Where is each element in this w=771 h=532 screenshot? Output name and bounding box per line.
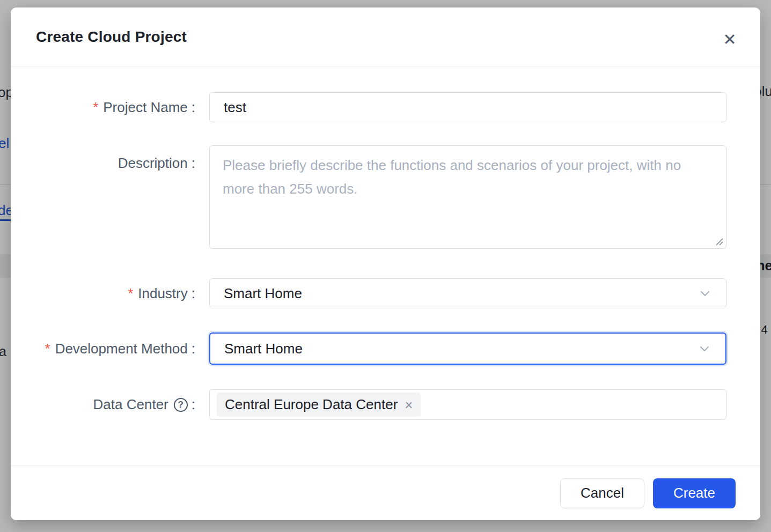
create-project-form: * Project Name : Description : (11, 67, 760, 420)
required-asterisk: * (93, 99, 98, 116)
dialog-footer: Cancel Create (11, 466, 760, 520)
tag-label: Central Europe Data Center (225, 396, 398, 413)
tag-remove-icon[interactable]: × (405, 398, 413, 412)
help-icon-glyph: ? (178, 400, 183, 410)
label-colon: : (192, 285, 195, 302)
data-center-tag: Central Europe Data Center × (217, 393, 421, 417)
field-label-text: Development Method (55, 341, 188, 357)
help-icon[interactable]: ? (174, 398, 188, 412)
development-method-select-value: Smart Home (224, 341, 696, 357)
field-label-text: Data Center (93, 396, 168, 413)
field-label-text: Project Name (103, 99, 188, 116)
form-row-industry: * Industry : Smart Home (11, 278, 726, 308)
required-asterisk: * (128, 285, 133, 302)
industry-select-value: Smart Home (224, 285, 697, 302)
industry-select[interactable]: Smart Home (209, 278, 726, 308)
form-row-project-name: * Project Name : (11, 92, 726, 122)
label-colon: : (192, 396, 195, 413)
required-asterisk: * (45, 341, 50, 357)
field-label-text: Description (118, 155, 188, 172)
development-method-select[interactable]: Smart Home (209, 332, 726, 365)
dialog-header: Create Cloud Project ✕ (11, 8, 760, 67)
close-button[interactable]: ✕ (719, 29, 740, 49)
cancel-button[interactable]: Cancel (560, 478, 644, 508)
chevron-down-icon (696, 341, 713, 357)
form-row-development-method: * Development Method : Smart Home (11, 332, 726, 365)
create-cloud-project-dialog: Create Cloud Project ✕ * Project Name : … (11, 8, 760, 520)
field-label-development-method: * Development Method : (11, 341, 195, 357)
field-label-project-name: * Project Name : (11, 99, 195, 116)
dialog-title: Create Cloud Project (36, 28, 187, 46)
field-label-description: Description : (11, 145, 195, 172)
close-icon: ✕ (723, 30, 736, 49)
description-textarea[interactable] (209, 145, 726, 249)
label-colon: : (192, 99, 195, 116)
field-label-industry: * Industry : (11, 285, 195, 302)
form-row-description: Description : (11, 145, 726, 249)
resize-handle-icon[interactable] (714, 237, 724, 246)
chevron-down-icon (697, 285, 713, 301)
label-colon: : (192, 341, 195, 357)
create-button[interactable]: Create (653, 478, 736, 508)
project-name-input[interactable] (209, 92, 726, 122)
data-center-select[interactable]: Central Europe Data Center × (209, 389, 726, 420)
field-label-data-center: Data Center ? : (11, 396, 195, 413)
form-row-data-center: Data Center ? : Central Europe Data Cent… (11, 389, 726, 420)
label-colon: : (192, 155, 195, 172)
field-label-text: Industry (138, 285, 188, 302)
